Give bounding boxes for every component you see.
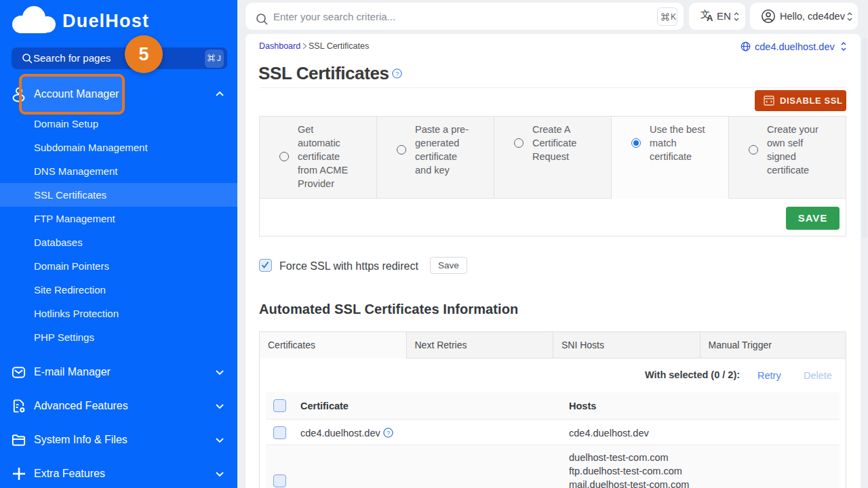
svg-text:?: ? (395, 70, 399, 77)
svg-text:?: ? (387, 430, 390, 436)
